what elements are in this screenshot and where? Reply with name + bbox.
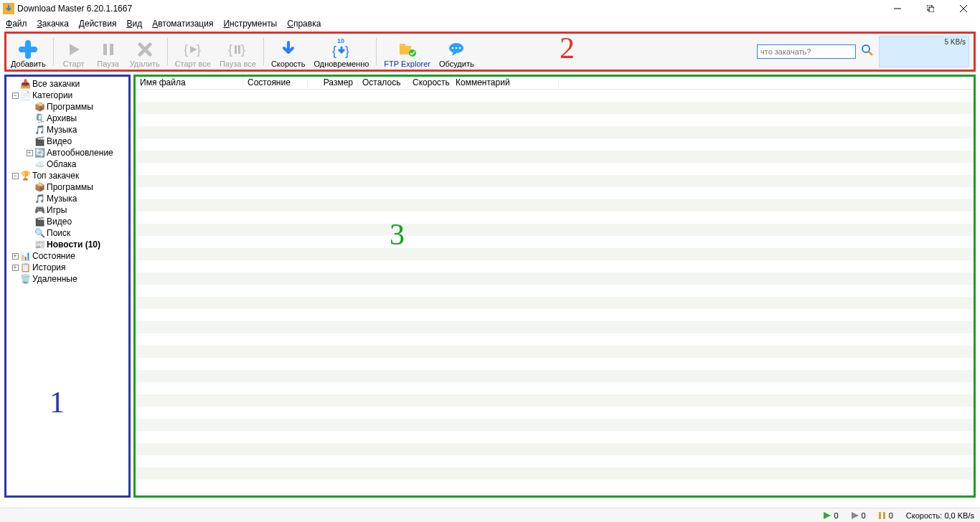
tree-icon: 📄 — [19, 90, 31, 100]
column-header[interactable]: Осталось — [358, 77, 408, 89]
close-button[interactable] — [947, 0, 980, 17]
concurrent-label: Одновременно — [314, 60, 369, 68]
delete-button[interactable]: Удалить — [126, 34, 164, 70]
list-row — [136, 126, 974, 138]
column-header[interactable]: Имя файла — [136, 77, 243, 89]
list-row — [136, 333, 974, 346]
tree-item[interactable]: 📦Программы — [6, 181, 128, 193]
tree-item[interactable]: +🔄Автообновление — [6, 147, 128, 158]
list-row — [136, 90, 974, 102]
discuss-button[interactable]: Обсудить — [435, 34, 479, 70]
list-row — [136, 151, 974, 163]
start-all-button[interactable]: {} Старт все — [171, 34, 215, 70]
list-row — [136, 199, 974, 212]
svg-line-29 — [869, 52, 872, 55]
column-header[interactable]: Состояние — [243, 77, 308, 89]
x-icon — [138, 39, 152, 60]
tree-item[interactable]: +📊Состояние — [6, 250, 128, 262]
tree-label: Состояние — [32, 250, 75, 262]
list-row — [136, 260, 974, 272]
tree-item[interactable]: ☁️Облака — [6, 158, 128, 170]
svg-rect-33 — [883, 512, 885, 519]
menu-actions[interactable]: Действия — [79, 19, 117, 29]
ftp-button[interactable]: FTP Explorer — [380, 34, 435, 70]
add-button[interactable]: Добавить — [6, 34, 50, 70]
overlay-2: 2 — [560, 31, 575, 65]
list-row — [136, 394, 974, 407]
tree-icon: 🎵 — [34, 125, 45, 135]
add-label: Добавить — [11, 60, 46, 68]
tree-item[interactable]: −📄Категории — [6, 90, 128, 101]
list-row — [136, 102, 974, 114]
menu-automation[interactable]: Автоматизация — [152, 19, 213, 29]
tree-item[interactable]: 📦Программы — [6, 101, 128, 113]
tree-twisty-box[interactable]: + — [11, 253, 19, 260]
tree-icon: 🏆 — [19, 171, 31, 181]
tree-item[interactable]: 🎵Музыка — [6, 124, 128, 136]
menu-file[interactable]: Файл — [6, 19, 27, 29]
tree-item[interactable]: 🎬Видео — [6, 136, 128, 147]
tree-twisty-box[interactable]: + — [11, 265, 19, 271]
column-headers[interactable]: Имя файлаСостояниеРазмерОсталосьСкорость… — [136, 77, 974, 90]
list-row — [136, 224, 974, 236]
tree-label: Поиск — [47, 227, 70, 239]
status-active-count: 0 — [834, 511, 838, 520]
maximize-button[interactable] — [914, 0, 947, 17]
list-row — [136, 346, 974, 358]
separator — [263, 38, 264, 65]
concurrent-button[interactable]: 10 {} Одновременно — [309, 34, 373, 70]
tree-item[interactable]: 🗜️Архивы — [6, 113, 128, 124]
speed-button[interactable]: Скорость — [267, 34, 310, 70]
tree-icon: 🗜️ — [34, 113, 45, 123]
search-icon[interactable] — [862, 44, 873, 59]
list-row — [136, 236, 974, 248]
tree-item[interactable]: −🏆Топ закачек — [6, 170, 128, 181]
column-header[interactable]: Скорость — [408, 77, 451, 89]
svg-rect-7 — [103, 44, 107, 55]
toolbar: Добавить Старт Пауза Удалить {} Старт вс… — [4, 32, 976, 72]
download-list: Имя файлаСостояниеРазмерОсталосьСкорость… — [133, 75, 976, 498]
tree-label: Программы — [47, 101, 93, 113]
tree-item[interactable]: +📋История — [6, 262, 128, 273]
category-tree[interactable]: 📥Все закачки−📄Категории📦Программы🗜️Архив… — [6, 77, 128, 285]
menu-tools[interactable]: Инструменты — [223, 19, 277, 29]
tree-item[interactable]: 🎵Музыка — [6, 193, 128, 204]
discuss-label: Обсудить — [439, 60, 474, 68]
window-controls — [881, 0, 980, 17]
tree-twisty-box[interactable]: + — [25, 150, 34, 156]
menu-download[interactable]: Закачка — [37, 19, 69, 29]
tree-label: Музыка — [47, 193, 77, 204]
start-button[interactable]: Старт — [57, 34, 91, 70]
svg-text:}: } — [197, 42, 201, 57]
column-header[interactable]: Комментарий — [451, 77, 559, 89]
status-paused: 0 — [879, 511, 893, 520]
search-input[interactable] — [757, 44, 856, 59]
minimize-button[interactable] — [881, 0, 914, 17]
status-active: 0 — [824, 511, 838, 520]
tree-item[interactable]: 🗑️Удаленные — [6, 273, 128, 285]
status-paused-count: 0 — [889, 511, 893, 520]
svg-point-28 — [862, 45, 870, 52]
pause-all-icon: {} — [228, 39, 247, 60]
tree-item[interactable]: 🔍Поиск — [6, 227, 128, 239]
menu-view[interactable]: Вид — [126, 19, 142, 29]
column-header[interactable]: Размер — [308, 77, 358, 89]
speed-text: 5 KB/s — [945, 38, 966, 46]
tree-item[interactable]: 📰Новости (10) — [6, 239, 128, 250]
list-row — [136, 358, 974, 370]
list-row — [136, 297, 974, 309]
chat-icon — [448, 39, 465, 60]
tree-item[interactable]: 🎬Видео — [6, 216, 128, 227]
tree-twisty-box[interactable]: − — [11, 173, 19, 179]
tree-item[interactable]: 📥Все закачки — [6, 78, 128, 90]
list-row — [136, 285, 974, 297]
tree-item[interactable]: 🎮Игры — [6, 204, 128, 216]
menu-help[interactable]: Справка — [287, 19, 321, 29]
concurrent-badge: 10 — [337, 37, 344, 44]
pause-icon — [101, 39, 116, 60]
play-icon — [67, 39, 81, 60]
tree-twisty-box[interactable]: − — [11, 92, 19, 99]
pause-all-button[interactable]: {} Пауза все — [215, 34, 260, 70]
pause-button[interactable]: Пауза — [91, 34, 126, 70]
tree-icon: ☁️ — [34, 159, 45, 169]
